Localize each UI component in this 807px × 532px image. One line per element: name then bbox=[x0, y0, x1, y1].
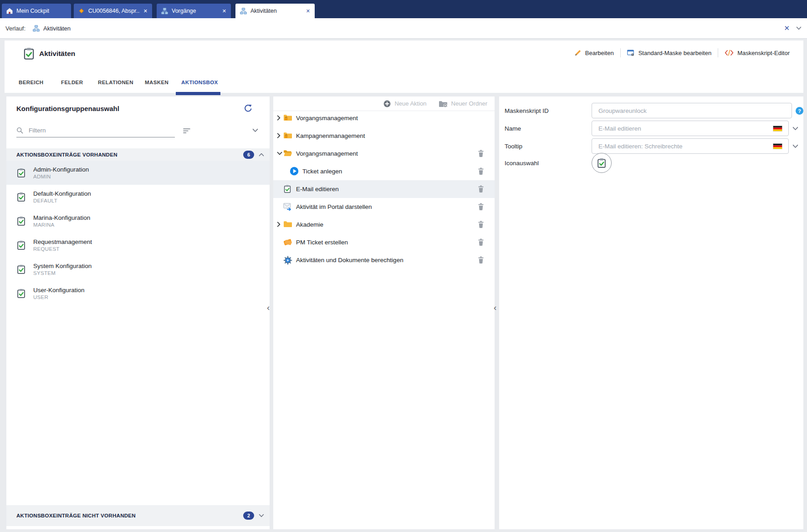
header-actions: Bearbeiten Standard-Maske bearbeiten Mas… bbox=[574, 48, 790, 57]
tree-node-folder-open[interactable]: Vorgangsmanagement bbox=[273, 145, 495, 162]
chevron-down-icon[interactable] bbox=[277, 152, 282, 155]
history-dropdown-icon[interactable] bbox=[796, 26, 802, 30]
icon-picker-button[interactable] bbox=[592, 153, 612, 173]
entity-header: Aktivitäten Bearbeiten Standard-Maske be… bbox=[5, 41, 803, 93]
close-tab-icon[interactable]: ✕ bbox=[219, 8, 226, 14]
sitemap-icon bbox=[161, 8, 168, 15]
filter-field bbox=[16, 124, 175, 137]
tooltip-input[interactable] bbox=[592, 138, 789, 154]
tab-relationen[interactable]: RELATIONEN bbox=[98, 80, 133, 85]
icon-select-label: Iconauswahl bbox=[505, 160, 539, 167]
row-menu-icon[interactable] bbox=[256, 266, 260, 273]
sort-icon[interactable] bbox=[183, 128, 191, 134]
tab-cu0056846[interactable]: CU0056846, Abspr... ✕ bbox=[74, 4, 152, 18]
filter-dropdown-icon[interactable] bbox=[252, 128, 258, 132]
tab-bereich[interactable]: BEREICH bbox=[19, 80, 44, 85]
page-title: Aktivitäten bbox=[39, 50, 75, 58]
application-window: Mein Cockpit CU0056846, Abspr... ✕ Vorgä… bbox=[0, 0, 807, 532]
folder-icon bbox=[283, 220, 292, 228]
row-menu-icon[interactable] bbox=[256, 218, 260, 225]
row-menu-icon[interactable] bbox=[256, 242, 260, 249]
help-icon[interactable]: ? bbox=[796, 107, 803, 115]
section-entries-available[interactable]: AKTIONSBOXEINTRÄGE VORHANDEN 6 bbox=[6, 148, 270, 161]
tooltip-language-dropdown-icon[interactable] bbox=[792, 144, 798, 148]
diamond-icon bbox=[78, 8, 85, 14]
config-item-request[interactable]: RequestmanagementREQUEST bbox=[6, 233, 270, 257]
history-item-aktivitaeten[interactable]: Aktivitäten bbox=[43, 25, 71, 32]
refresh-icon[interactable] bbox=[243, 104, 252, 113]
delete-icon[interactable] bbox=[477, 203, 485, 211]
tree-node-action[interactable]: Ticket anlegen bbox=[273, 162, 495, 180]
close-tab-icon[interactable]: ✕ bbox=[140, 8, 148, 14]
mask-script-id-input[interactable] bbox=[592, 103, 792, 118]
config-item-default[interactable]: Default-KonfigurationDEFAULT bbox=[6, 185, 270, 209]
tree-node-action[interactable]: Aktivitäten und Dokumente berechtigen bbox=[273, 251, 495, 269]
delete-icon[interactable] bbox=[477, 185, 485, 193]
plus-circle-icon bbox=[383, 100, 391, 107]
new-action-button[interactable]: Neue Aktion bbox=[383, 100, 426, 107]
locked-folder-icon bbox=[283, 114, 292, 121]
name-language-dropdown-icon[interactable] bbox=[792, 127, 798, 131]
collapse-left-panel-handle[interactable]: ‹ bbox=[267, 303, 270, 312]
edit-standard-mask-button[interactable]: Standard-Maske bearbeiten bbox=[627, 49, 711, 56]
filter-input[interactable] bbox=[28, 127, 175, 134]
delete-icon[interactable] bbox=[477, 256, 485, 264]
configuration-group-panel: Konfigurationsgruppenauswahl AKTIONSBOXE… bbox=[6, 96, 270, 529]
row-menu-icon[interactable] bbox=[256, 290, 260, 297]
clipboard-check-icon bbox=[16, 216, 26, 226]
collapse-middle-panel-handle[interactable]: ‹ bbox=[494, 303, 496, 312]
tab-felder[interactable]: FELDER bbox=[61, 80, 83, 85]
mask-script-id-label: Maskenskript ID bbox=[505, 107, 549, 114]
clipboard-check-icon bbox=[16, 264, 26, 274]
tab-aktivitaeten[interactable]: Aktivitäten ✕ bbox=[235, 4, 315, 18]
clipboard-check-icon bbox=[597, 158, 607, 168]
home-icon bbox=[6, 8, 13, 14]
row-menu-icon[interactable] bbox=[256, 169, 260, 177]
tab-masken[interactable]: MASKEN bbox=[145, 80, 169, 85]
config-item-marina[interactable]: Marina-KonfigurationMARINA bbox=[6, 209, 270, 233]
chevron-right-icon[interactable] bbox=[277, 115, 281, 121]
tab-aktionsbox[interactable]: AKTIONSBOX bbox=[181, 80, 218, 85]
german-flag-icon bbox=[773, 143, 782, 149]
history-close-icon[interactable]: ✕ bbox=[784, 24, 790, 32]
locked-folder-icon bbox=[283, 132, 292, 139]
separator bbox=[718, 48, 718, 57]
chevron-up-icon[interactable] bbox=[259, 153, 264, 157]
tree-node-action[interactable]: Aktivität im Portal darstellen bbox=[273, 198, 495, 216]
config-item-admin[interactable]: Admin-KonfigurationADMIN bbox=[6, 161, 270, 185]
sitemap-icon bbox=[33, 25, 40, 32]
row-menu-icon[interactable] bbox=[256, 193, 260, 201]
action-detail-panel: Maskenskript ID ? Name Tooltip Iconauswa… bbox=[499, 96, 803, 529]
mask-script-editor-button[interactable]: Maskenskript-Editor bbox=[725, 50, 790, 56]
edit-button[interactable]: Bearbeiten bbox=[574, 49, 614, 56]
tab-mein-cockpit[interactable]: Mein Cockpit bbox=[2, 4, 71, 18]
delete-icon[interactable] bbox=[477, 238, 485, 246]
tree-node-folder[interactable]: Akademie bbox=[273, 216, 495, 233]
gear-play-icon bbox=[283, 256, 292, 265]
delete-icon[interactable] bbox=[477, 150, 485, 157]
play-circle-icon bbox=[290, 167, 299, 176]
close-tab-icon[interactable]: ✕ bbox=[302, 8, 310, 14]
chevron-right-icon[interactable] bbox=[277, 133, 281, 138]
open-folder-icon bbox=[283, 149, 292, 157]
history-label: Verlauf: bbox=[5, 25, 26, 32]
tooltip-label: Tooltip bbox=[505, 143, 522, 150]
pencil-icon bbox=[574, 49, 582, 56]
config-item-system[interactable]: System KonfigurationSYSTEM bbox=[6, 257, 270, 281]
window-tab-bar: Mein Cockpit CU0056846, Abspr... ✕ Vorgä… bbox=[0, 0, 807, 18]
separator bbox=[620, 48, 621, 57]
new-folder-button[interactable]: Neuer Ordner bbox=[439, 100, 487, 107]
config-item-user[interactable]: User-KonfigurationUSER bbox=[6, 281, 270, 305]
chevron-down-icon[interactable] bbox=[259, 514, 264, 517]
tree-node-folder[interactable]: Vorgangsmanagement bbox=[273, 109, 495, 127]
tree-node-action[interactable]: PM Ticket erstellen bbox=[273, 233, 495, 251]
name-input[interactable] bbox=[592, 121, 789, 136]
section-entries-missing[interactable]: AKTIONSBOXEINTRÄGE NICHT VORHANDEN 2 bbox=[6, 505, 270, 526]
tree-node-folder[interactable]: Kampagnenmanagement bbox=[273, 127, 495, 145]
chevron-right-icon[interactable] bbox=[277, 222, 281, 227]
delete-icon[interactable] bbox=[477, 221, 485, 228]
tab-vorgaenge[interactable]: Vorgänge ✕ bbox=[157, 4, 231, 18]
tree-node-action-selected[interactable]: E-Mail editieren bbox=[273, 180, 495, 198]
clipboard-check-icon bbox=[16, 192, 26, 202]
delete-icon[interactable] bbox=[477, 167, 485, 175]
